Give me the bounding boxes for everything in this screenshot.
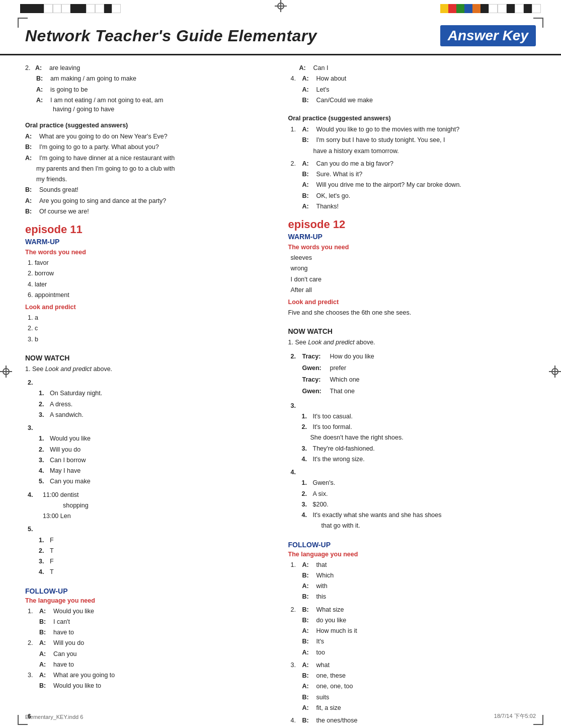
item2-line2: B: am making / am going to make bbox=[36, 74, 273, 84]
right-column: A: Can I 4. A:How about A:Let's B:Can/Co… bbox=[288, 63, 536, 728]
nw-sub3: 1.Would you like 2.Will you do 3.Can I b… bbox=[36, 433, 273, 487]
now-watch-item2: 2. 1.On Saturday night. 2.A dress. 3.A s… bbox=[25, 378, 273, 420]
episode11-warmup: WARM-UP bbox=[25, 238, 273, 246]
oral-practice-title: Oral practice (suggested answers) bbox=[25, 122, 273, 129]
ep12-words-list: sleeves wrong I don't care After all bbox=[291, 253, 536, 296]
nw-ep12-item3: 3. 1.It's too casual. 2.It's too formal.… bbox=[288, 401, 536, 465]
look-predict-title: Look and predict bbox=[25, 304, 273, 311]
fu12-item1: 1. A:that B:Which A:with B:this bbox=[291, 560, 536, 603]
rt-line-a-can: A: Can I bbox=[299, 63, 536, 74]
oral-line-b1: B: I'm going to go to a party. What abou… bbox=[25, 142, 273, 153]
oral-line-cont2: my friends. bbox=[36, 174, 273, 185]
oral-line-cont: my parents and then I'm going to go to a… bbox=[36, 164, 273, 174]
oral-practice-1: Oral practice (suggested answers) A: Wha… bbox=[25, 122, 273, 217]
episode12-warmup: WARM-UP bbox=[288, 233, 536, 241]
nw-sub5: 1.F 2.T 3.F 4.T bbox=[36, 535, 273, 578]
main-content: 2. A: are leaving B: am making / am goin… bbox=[0, 55, 561, 728]
op2-item1: 1. A:Would you like to go to the movies … bbox=[291, 124, 536, 157]
right-top-section: A: Can I 4. A:How about A:Let's B:Can/Co… bbox=[288, 63, 536, 106]
follow-up-ep12: FOLLOW-UP The language you need 1. A:tha… bbox=[288, 541, 536, 726]
ep12-look-predict-title: Look and predict bbox=[288, 299, 536, 306]
episode12-title: episode 12 bbox=[288, 218, 536, 231]
item2-line3: A: is going to be bbox=[36, 85, 273, 95]
header-title: Network Teacher's Guide Elementary bbox=[25, 27, 317, 45]
now-watch-ep12: NOW WATCH 1. See Look and predict above.… bbox=[288, 327, 536, 531]
fu-item3: 3. A:What are you going to B:Would you l… bbox=[28, 670, 273, 692]
follow-up-ep11: FOLLOW-UP The language you need 1. A:Wou… bbox=[25, 587, 273, 692]
rt-item4: 4. A:How about A:Let's B:Can/Could we ma… bbox=[291, 74, 536, 106]
fu12-item4: 4. B:the ones/those bbox=[291, 715, 536, 726]
answer-key-badge: Answer Key bbox=[440, 25, 536, 46]
now-watch-ep11: NOW WATCH 1. See Look and predict above.… bbox=[25, 354, 273, 578]
item2-line1: 2. A: are leaving bbox=[25, 63, 273, 74]
episode12-section: episode 12 WARM-UP The words you need sl… bbox=[288, 218, 536, 318]
episode11-section: episode 11 WARM-UP The words you need 1.… bbox=[25, 223, 273, 345]
now-watch-title-ep11: NOW WATCH bbox=[25, 354, 273, 362]
fu12-item2: 2. B:What size B:do you like A:How much … bbox=[291, 605, 536, 658]
oral-line-a1: A: What are you going to do on New Year'… bbox=[25, 131, 273, 142]
speaker-a: A: bbox=[36, 95, 49, 106]
nw-sub2: 1.On Saturday night. 2.A dress. 3.A sand… bbox=[36, 388, 273, 420]
page-header: Network Teacher's Guide Elementary Answe… bbox=[0, 0, 561, 55]
oral-practice-2: Oral practice (suggested answers) 1. A:W… bbox=[288, 115, 536, 212]
op2-item2: 2. A:Can you do me a big favor? B:Sure. … bbox=[291, 159, 536, 212]
episode11-title: episode 11 bbox=[25, 223, 273, 236]
oral-line-b3: B: Of course we are! bbox=[25, 206, 273, 217]
speaker-a: A: bbox=[36, 85, 49, 95]
oral-line-a2: A: I'm going to have dinner at a nice re… bbox=[25, 153, 273, 164]
fu-item1: 1. A:Would you like B:I can't B:have to bbox=[28, 606, 273, 638]
speaker-b: B: bbox=[36, 74, 49, 84]
oral-line-b2: B: Sounds great! bbox=[25, 185, 273, 195]
language-need-ep12: The language you need bbox=[288, 551, 536, 558]
now-watch-title-ep12: NOW WATCH bbox=[288, 327, 536, 335]
item2-cont: having / going to have bbox=[53, 106, 273, 113]
item2-section: 2. A: are leaving B: am making / am goin… bbox=[25, 63, 273, 113]
fu-item2: 2. A:Will you do A:Can you A:have to bbox=[28, 638, 273, 670]
words-list: 1. favor 2. borrow 4. later 6. appointme… bbox=[28, 258, 273, 301]
nw-ep12-item1: 1. See Look and predict above. bbox=[288, 337, 536, 348]
words-you-need-title: The words you need bbox=[25, 249, 273, 256]
ep12-look-predict-text: Five and she chooses the 6th one she see… bbox=[288, 308, 536, 318]
now-watch-item4: 4. 11:00 dentist shopping 13:00 Len bbox=[25, 490, 273, 522]
oral-line-a3: A: Are you going to sing and dance at th… bbox=[25, 196, 273, 206]
nw-num3: 3. bbox=[28, 423, 273, 433]
oral-practice-2-title: Oral practice (suggested answers) bbox=[288, 115, 536, 122]
fu12-item3: 3. A:what B:one, these A:one, one, too B… bbox=[291, 660, 536, 713]
nw-num2: 2. bbox=[28, 378, 273, 388]
follow-up-title-ep11: FOLLOW-UP bbox=[25, 587, 273, 595]
left-column: 2. A: are leaving B: am making / am goin… bbox=[25, 63, 273, 728]
look-predict-list: 1. a 2. c 3. b bbox=[28, 313, 273, 345]
speaker-a: A: bbox=[35, 63, 48, 74]
now-watch-item5: 5. 1.F 2.T 3.F 4.T bbox=[25, 524, 273, 577]
now-watch-item1-ep11: 1. See Look and predict above. bbox=[25, 364, 273, 375]
now-watch-item3: 3. 1.Would you like 2.Will you do 3.Can … bbox=[25, 423, 273, 487]
nw-ep12-item2: 2. Tracy: How do you like Gwen: prefer T… bbox=[291, 351, 536, 398]
nw-ep12-item4: 4. 1.Gwen's. 2.A six. 3.$200. 4.It's exa… bbox=[288, 467, 536, 532]
language-need-ep11: The language you need bbox=[25, 597, 273, 604]
item2-line4: A: I am not eating / am not going to eat… bbox=[36, 95, 273, 106]
ep12-words-title: The words you need bbox=[288, 244, 536, 251]
follow-up-title-ep12: FOLLOW-UP bbox=[288, 541, 536, 549]
